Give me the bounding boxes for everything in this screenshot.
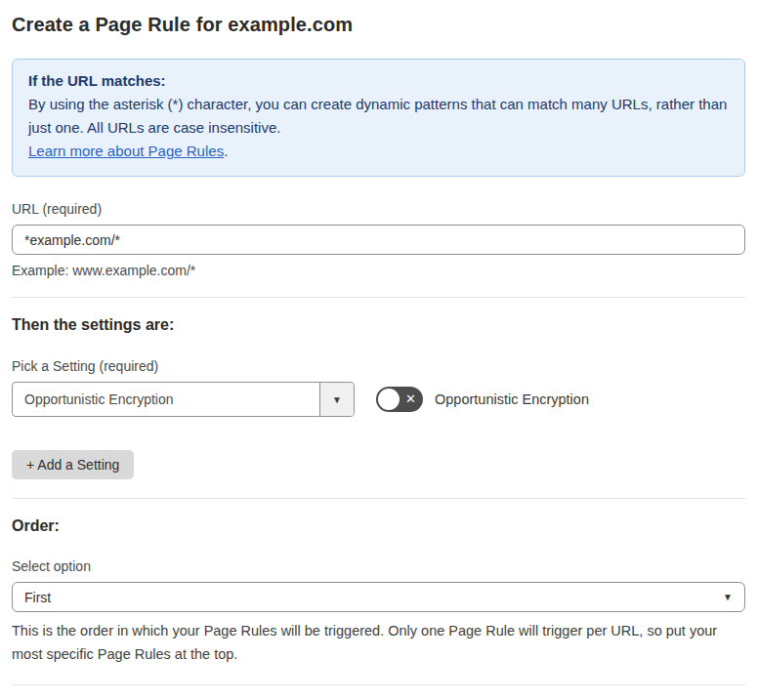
setting-dropdown-value: Opportunistic Encryption [13, 383, 319, 416]
url-matches-info-box: If the URL matches: By using the asteris… [12, 59, 745, 177]
settings-section-heading: Then the settings are: [12, 316, 745, 334]
url-example-helper: Example: www.example.com/* [12, 263, 745, 279]
info-box-heading: If the URL matches: [28, 69, 729, 93]
link-suffix: . [224, 143, 228, 159]
url-input[interactable] [12, 225, 745, 255]
url-field-label: URL (required) [12, 201, 745, 217]
order-select-label: Select option [12, 558, 745, 574]
order-helper-text: This is the order in which your Page Rul… [12, 619, 745, 666]
pick-setting-label: Pick a Setting (required) [12, 358, 745, 374]
info-box-link-line: Learn more about Page Rules. [28, 140, 729, 163]
page-title: Create a Page Rule for example.com [12, 14, 745, 36]
toggle-label: Opportunistic Encryption [435, 391, 589, 407]
page-rule-form: Create a Page Rule for example.com If th… [0, 0, 757, 700]
order-section-heading: Order: [12, 517, 745, 535]
add-setting-button[interactable]: + Add a Setting [12, 450, 134, 479]
chevron-down-icon: ▼ [332, 394, 342, 405]
order-select[interactable]: First ▼ [12, 582, 745, 612]
divider [12, 297, 745, 298]
setting-dropdown[interactable]: Opportunistic Encryption ▼ [12, 382, 355, 417]
setting-row: Opportunistic Encryption ▼ ✕ Opportunist… [12, 382, 745, 417]
caret-down-icon: ▼ [723, 592, 733, 602]
info-box-body: By using the asterisk (*) character, you… [28, 93, 729, 140]
order-select-value: First [24, 590, 723, 605]
toggle-knob [378, 389, 400, 410]
toggle-off-x-icon: ✕ [405, 392, 416, 405]
learn-more-link[interactable]: Learn more about Page Rules [28, 143, 224, 159]
opportunistic-encryption-toggle[interactable]: ✕ [376, 387, 423, 412]
setting-dropdown-button[interactable]: ▼ [319, 383, 354, 416]
divider [12, 684, 745, 685]
divider [12, 498, 745, 499]
